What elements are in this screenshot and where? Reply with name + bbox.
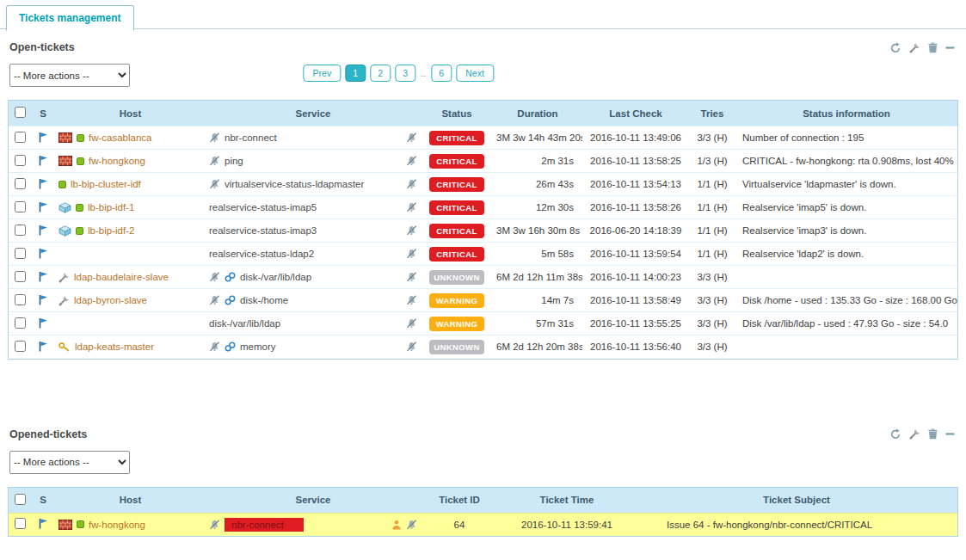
row-checkbox[interactable]	[15, 248, 26, 259]
service-link[interactable]: disk-/home	[240, 295, 288, 305]
flag-icon	[39, 225, 48, 236]
trash-icon[interactable]	[928, 42, 938, 53]
status-cell: CRITICAL	[421, 173, 493, 196]
host-link[interactable]: ldap-byron-slave	[74, 295, 147, 305]
status-cell: CRITICAL	[421, 243, 493, 266]
column-header-duration[interactable]: Duration	[493, 101, 582, 126]
host-link[interactable]: lb-bip-cluster-idf	[71, 179, 141, 189]
host-link[interactable]: lb-bip-idf-2	[88, 225, 134, 236]
page-prev-button[interactable]: Prev	[304, 65, 341, 82]
service-link[interactable]: nbr-connect	[225, 132, 277, 143]
service-link[interactable]: virtualservice-status-ldapmaster	[225, 179, 364, 189]
row-checkbox[interactable]	[15, 294, 26, 305]
bell-icon	[406, 272, 417, 282]
status-info-cell	[735, 335, 957, 359]
flag-icon	[39, 178, 48, 189]
bell-icon	[209, 132, 220, 143]
row-checkbox[interactable]	[15, 155, 26, 166]
wrench-icon[interactable]	[909, 428, 920, 440]
collapse-icon[interactable]	[945, 43, 955, 52]
open-ticket-row: fw-hongkongpingCRITICAL2m 31s2016-10-11 …	[9, 150, 957, 173]
status-cell: CRITICAL	[421, 219, 493, 243]
service-link[interactable]: ping	[225, 156, 243, 166]
status-info-cell: Disk /home - used : 135.33 Go - size : 1…	[735, 289, 957, 312]
host-link[interactable]: lb-bip-idf-1	[88, 202, 134, 212]
refresh-icon[interactable]	[889, 42, 901, 53]
severity-cell	[31, 126, 55, 150]
service-link[interactable]: realservice-status-imap5	[209, 202, 317, 212]
open-tickets-table: SHostServiceStatusDurationLast CheckTrie…	[9, 101, 957, 359]
bell-icon	[406, 342, 417, 352]
open-tickets-title: Open-tickets	[9, 41, 75, 53]
row-select-cell	[9, 513, 31, 536]
loadbalancer-icon	[58, 202, 71, 213]
bell-icon	[406, 202, 417, 212]
row-checkbox[interactable]	[15, 225, 26, 236]
status-info-cell: Number of connection : 195	[735, 126, 957, 150]
column-header-s[interactable]: S	[31, 101, 55, 126]
host-link[interactable]: fw-hongkong	[89, 156, 145, 166]
row-checkbox[interactable]	[15, 341, 26, 352]
flag-icon	[39, 201, 48, 212]
host-link[interactable]: ldap-keats-master	[75, 342, 154, 352]
last-check-cell: 2016-10-11 13:59:54	[582, 243, 689, 266]
column-header-service[interactable]: Service	[206, 488, 421, 514]
more-actions-select[interactable]: -- More actions --	[9, 64, 130, 87]
open-select-all-checkbox[interactable]	[15, 107, 26, 118]
trash-icon[interactable]	[928, 428, 938, 440]
wrench-icon[interactable]	[909, 42, 920, 53]
service-link[interactable]: realservice-status-ldap2	[209, 249, 314, 259]
status-cell: CRITICAL	[421, 150, 493, 173]
row-select-cell	[9, 126, 31, 150]
column-header-s[interactable]: S	[31, 488, 55, 514]
column-header-tries[interactable]: Tries	[689, 101, 735, 126]
service-link[interactable]: nbr-connect	[225, 518, 304, 532]
duration-cell: 6M 2d 12h 11m 38s	[493, 266, 582, 289]
collapse-icon[interactable]	[945, 429, 955, 439]
open-ticket-row: ldap-byron-slavedisk-/homeWARNING14m 7s2…	[9, 289, 957, 312]
row-checkbox[interactable]	[15, 178, 26, 189]
opened-select-all-checkbox[interactable]	[15, 494, 26, 505]
column-header-service[interactable]: Service	[206, 101, 421, 126]
column-header-host[interactable]: Host	[55, 488, 206, 514]
column-header-status[interactable]: Status	[421, 101, 493, 126]
page-button-6[interactable]: 6	[431, 65, 452, 82]
row-checkbox[interactable]	[15, 201, 26, 212]
host-link[interactable]: fw-casablanca	[89, 132, 152, 143]
more-actions-select[interactable]: -- More actions --	[9, 451, 130, 474]
service-link[interactable]: disk-/var/lib/ldap	[209, 318, 280, 329]
flag-icon	[39, 132, 48, 143]
column-header-status-information[interactable]: Status information	[735, 101, 957, 126]
row-checkbox[interactable]	[15, 271, 26, 282]
host-up-indicator	[77, 520, 84, 528]
link-icon	[225, 272, 236, 282]
page-button-1[interactable]: 1	[345, 65, 366, 82]
row-checkbox[interactable]	[15, 518, 26, 529]
tab-tickets-management[interactable]: Tickets management	[6, 5, 134, 31]
status-cell: UNKNOWN	[421, 266, 493, 289]
page-button-2[interactable]: 2	[370, 65, 391, 82]
row-checkbox[interactable]	[15, 317, 26, 329]
column-header-ticket-time[interactable]: Ticket Time	[498, 488, 636, 514]
host-cell: lb-bip-idf-2	[55, 219, 206, 243]
service-link[interactable]: disk-/var/lib/ldap	[240, 272, 311, 282]
host-link[interactable]: fw-hongkong	[89, 520, 145, 530]
severity-cell	[31, 266, 55, 289]
bell-icon	[406, 318, 417, 329]
refresh-icon[interactable]	[889, 428, 901, 440]
page-button-3[interactable]: 3	[395, 65, 415, 82]
column-header-last-check[interactable]: Last Check	[582, 101, 689, 126]
service-link[interactable]: realservice-status-imap3	[209, 225, 317, 236]
page-next-button[interactable]: Next	[456, 65, 494, 82]
bell-icon	[406, 225, 417, 236]
service-link[interactable]: memory	[240, 342, 276, 352]
column-header-ticket-subject[interactable]: Ticket Subject	[636, 488, 957, 514]
flag-icon	[39, 341, 48, 352]
column-header-host[interactable]: Host	[55, 101, 206, 126]
column-header-ticket-id[interactable]: Ticket ID	[421, 488, 498, 514]
open-ticket-row: lb-bip-idf-2realservice-status-imap3CRIT…	[9, 219, 957, 243]
duration-cell: 12m 30s	[493, 196, 582, 219]
row-checkbox[interactable]	[15, 132, 26, 143]
duration-cell: 2m 31s	[493, 150, 582, 173]
host-link[interactable]: ldap-baudelaire-slave	[74, 272, 169, 282]
